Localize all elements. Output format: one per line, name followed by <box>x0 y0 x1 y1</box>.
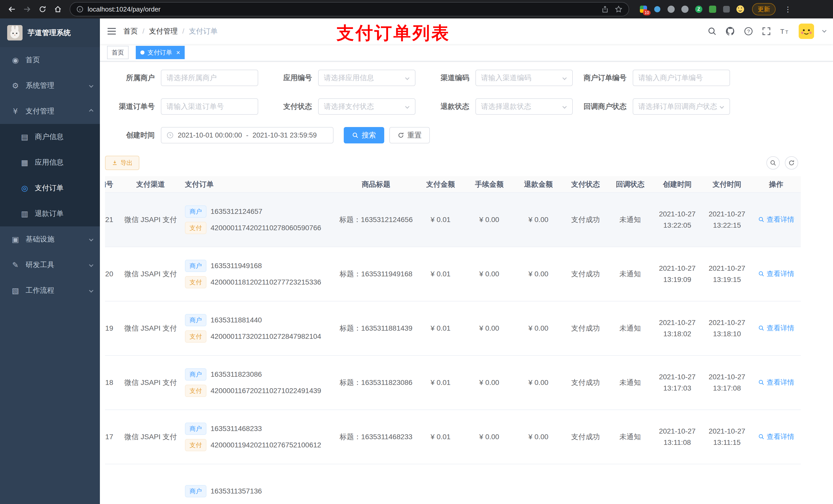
payment-submenu: ▤ 商户信息 ▦ 应用信息 ◎ 支付订单 ▥ 退款订单 <box>0 124 100 226</box>
notify-status-select[interactable] <box>633 98 730 115</box>
browser-home-button[interactable] <box>51 3 65 16</box>
extension-pin-icon[interactable] <box>722 5 731 13</box>
sidebar-item-devtools[interactable]: ✎ 研发工具 <box>0 252 100 278</box>
date-separator: - <box>246 131 248 139</box>
app-logo[interactable]: 芋道管理系统 <box>0 19 100 47</box>
tab-home[interactable]: 首页 <box>107 46 128 59</box>
browser-update-button[interactable]: 更新 <box>752 3 776 15</box>
browser-forward-button[interactable] <box>21 3 34 16</box>
view-detail-link[interactable]: 查看详情 <box>758 323 794 333</box>
breadcrumb-payment[interactable]: 支付管理 <box>149 26 178 36</box>
export-button[interactable]: 导出 <box>105 156 139 170</box>
sidebar-item-merchant-info[interactable]: ▤ 商户信息 <box>0 124 100 149</box>
filter-channel-order-no: 渠道订单号 <box>105 98 258 115</box>
refund-status-select[interactable] <box>475 98 573 115</box>
sidebar-item-workflow[interactable]: ▧ 工作流程 <box>0 278 100 303</box>
order-row: 20 微信 JSAPI 支付 商户 1635311949168 支付 42000… <box>105 247 801 301</box>
channel-code-input[interactable] <box>481 74 561 82</box>
sidebar-item-infra[interactable]: ▣ 基础设施 <box>0 226 100 252</box>
app-no-select-input[interactable] <box>324 74 404 82</box>
channel-order-no-field[interactable] <box>166 102 253 111</box>
channel-order-no-input[interactable] <box>161 98 258 115</box>
reset-button[interactable]: 重置 <box>389 127 430 143</box>
extension-drop-icon[interactable] <box>653 5 661 13</box>
bookmark-star-icon[interactable] <box>615 5 622 13</box>
view-detail-link[interactable]: 查看详情 <box>758 269 794 279</box>
extensions-grid-icon[interactable]: 10 <box>639 5 647 13</box>
tab-pay-order[interactable]: 支付订单 × <box>136 46 185 59</box>
cell-status: 支付成功 <box>563 193 608 247</box>
toggle-search-icon[interactable] <box>766 156 780 170</box>
share-icon[interactable] <box>601 6 609 13</box>
tags-view: 首页 支付订单 × <box>100 44 833 62</box>
cell-notify: 未通知 <box>608 301 652 356</box>
pay-order-no: 4200001174202110278060590766 <box>211 224 321 232</box>
user-avatar[interactable] <box>799 24 814 39</box>
view-detail-link[interactable]: 查看详情 <box>758 432 794 441</box>
font-size-icon[interactable]: TT <box>780 27 790 35</box>
extension-square-icon[interactable] <box>709 5 717 13</box>
merchant-tag: 商户 <box>185 314 207 326</box>
col-action: 操作 <box>752 176 801 193</box>
pay-tag: 支付 <box>185 439 207 451</box>
merchant-order-no-field[interactable] <box>638 74 724 82</box>
merchant-order-no-input[interactable] <box>633 70 730 86</box>
pay-line: 支付 4200001167202110271022491439 <box>185 385 336 397</box>
sidebar-item-refund-order[interactable]: ▥ 退款订单 <box>0 201 100 226</box>
merchant-select-input[interactable] <box>166 74 253 82</box>
url-text[interactable]: localhost:1024/pay/order <box>88 5 597 13</box>
app-no-select[interactable] <box>318 70 415 86</box>
site-info-icon[interactable] <box>76 6 84 13</box>
cell-action: 查看详情 <box>752 356 801 410</box>
sidebar-item-system[interactable]: ⚙ 系统管理 <box>0 73 100 98</box>
extension-smiley-icon[interactable] <box>736 5 744 13</box>
cell-amount: ¥ 0.01 <box>416 193 465 247</box>
cell-create-time <box>652 464 703 504</box>
col-channel: 支付渠道 <box>120 176 181 193</box>
user-menu-caret-icon[interactable] <box>822 28 827 33</box>
search-button[interactable]: 搜索 <box>344 127 384 143</box>
pay-tag: 支付 <box>185 276 207 288</box>
sidebar-item-home[interactable]: ◉ 首页 <box>0 47 100 73</box>
help-icon[interactable]: ? <box>744 27 753 36</box>
github-icon[interactable] <box>725 26 735 36</box>
extension-gray-icon-2[interactable] <box>681 5 689 13</box>
search-icon[interactable] <box>708 27 717 36</box>
cell-pay-time: 2021-10-2713:17:08 <box>703 356 752 410</box>
breadcrumb-home[interactable]: 首页 <box>123 26 138 36</box>
refund-status-select-input[interactable] <box>481 102 561 111</box>
url-bar[interactable]: localhost:1024/pay/order <box>70 2 629 16</box>
cell-amount <box>416 464 465 504</box>
browser-extensions-area: 10 Z 更新 ⋮ <box>639 3 791 15</box>
filter-create-time: 创建时间 2021-10-01 00:00:00 - 2021-10-31 23… <box>105 127 334 143</box>
col-order: 支付订单 <box>181 176 336 193</box>
extension-gray-icon-1[interactable] <box>667 5 675 13</box>
cell-fee: ¥ 0.00 <box>465 356 514 410</box>
browser-menu-icon[interactable]: ⋮ <box>784 5 791 14</box>
sidebar-toggle-icon[interactable] <box>107 27 116 35</box>
view-detail-link[interactable]: 查看详情 <box>758 215 794 224</box>
view-detail-link[interactable]: 查看详情 <box>758 378 794 387</box>
browser-reload-button[interactable] <box>36 3 49 16</box>
sidebar-item-app-info[interactable]: ▦ 应用信息 <box>0 149 100 175</box>
fullscreen-icon[interactable] <box>762 27 771 36</box>
cell-status: 支付成功 <box>563 410 608 464</box>
browser-back-button[interactable] <box>5 3 19 16</box>
pay-status-select-input[interactable] <box>324 102 404 111</box>
merchant-select[interactable] <box>161 70 258 86</box>
sidebar-item-payment[interactable]: ¥ 支付管理 <box>0 98 100 124</box>
merchant-line: 商户 1635311357136 <box>185 485 336 497</box>
cell-amount: ¥ 0.01 <box>416 247 465 301</box>
channel-code-select[interactable] <box>475 70 573 86</box>
chevron-down-icon <box>405 76 410 80</box>
extension-z-icon[interactable]: Z <box>695 5 703 13</box>
cell-create-time: 2021-10-2713:22:05 <box>652 193 703 247</box>
document-icon: ▥ <box>20 209 30 218</box>
tab-close-icon[interactable]: × <box>176 49 180 56</box>
pay-status-select[interactable] <box>318 98 415 115</box>
refresh-table-icon[interactable] <box>785 156 798 170</box>
create-time-range-picker[interactable]: 2021-10-01 00:00:00 - 2021-10-31 23:59:5… <box>161 127 334 143</box>
notify-status-select-input[interactable] <box>638 102 718 111</box>
sidebar-item-pay-order[interactable]: ◎ 支付订单 <box>0 175 100 201</box>
merchant-order-no: 1635311357136 <box>211 487 262 495</box>
